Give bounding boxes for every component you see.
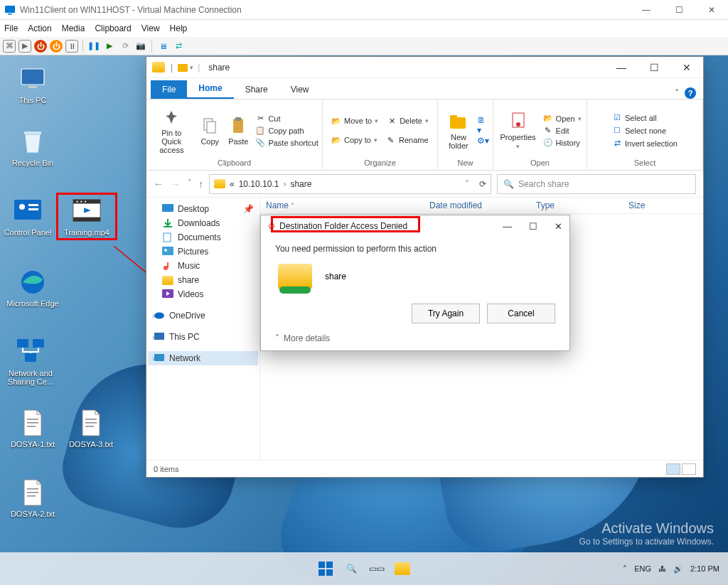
tree-item-pictures[interactable]: Pictures <box>148 245 258 259</box>
vm-checkpoint-button[interactable]: ⟳ <box>119 40 132 53</box>
vm-menu-view[interactable]: View <box>141 23 160 33</box>
vm-share-button[interactable]: ⇄ <box>172 40 185 53</box>
taskbar-search-button[interactable]: 🔍 <box>341 559 361 579</box>
tree-item-network[interactable]: ›Network <box>148 351 258 365</box>
vm-pause-button[interactable]: ❚❚ <box>87 40 100 53</box>
more-details-toggle[interactable]: ˅ More details <box>261 326 569 350</box>
desktop-icon-network-sharing[interactable]: Network and Sharing Ce... <box>3 337 58 386</box>
tree-item-videos[interactable]: Videos <box>148 287 258 301</box>
new-folder-button[interactable]: New folder <box>441 110 476 151</box>
tray-volume-icon[interactable]: 🔊 <box>673 564 683 574</box>
dialog-close-button[interactable]: ✕ <box>555 221 562 232</box>
address-segment[interactable]: 10.10.10.1 <box>239 179 279 189</box>
rename-button[interactable]: ✎Rename <box>385 134 430 146</box>
tray-language[interactable]: ENG <box>634 564 651 573</box>
cut-button[interactable]: ✂Cut <box>254 113 319 124</box>
qat-dropdown-icon[interactable]: ▾ <box>190 64 193 71</box>
history-button[interactable]: 🕘History <box>542 137 583 149</box>
qat-folder-icon[interactable] <box>177 62 188 73</box>
tray-network-icon[interactable]: 🖧 <box>658 564 666 573</box>
desktop-icon-recycle-bin[interactable]: Recycle Bin <box>6 127 60 167</box>
desktop-icon-dosya1[interactable]: DOSYA-1.txt <box>6 408 60 449</box>
column-date-modified[interactable]: Date modified <box>429 200 522 210</box>
new-item-icon[interactable]: 🗎▾ <box>477 115 489 135</box>
vm-start-button[interactable]: ▶ <box>18 40 31 53</box>
tree-item-documents[interactable]: Documents <box>148 230 258 245</box>
taskbar-taskview-button[interactable]: ▭▭ <box>367 559 387 579</box>
address-segment-current[interactable]: share <box>290 179 311 189</box>
vm-menu-clipboard[interactable]: Clipboard <box>95 23 131 33</box>
desktop-icon-control-panel[interactable]: Control Panel <box>1 196 54 237</box>
vm-revert-button[interactable]: 📷 <box>134 40 147 53</box>
address-bar[interactable]: « 10.10.10.1 › share ˅ ⟳ <box>209 174 491 194</box>
tray-time[interactable]: 2:10 PM <box>690 564 719 573</box>
file-list-area[interactable]: Name ˄ Date modified Type Size ⊘ Destina… <box>260 198 703 460</box>
try-again-button[interactable]: Try Again <box>412 304 480 323</box>
open-button[interactable]: 📂Open▾ <box>542 113 583 124</box>
help-icon[interactable]: ? <box>685 87 696 99</box>
column-size[interactable]: Size <box>628 200 645 210</box>
vm-turnoff-button[interactable]: ⏻ <box>34 40 47 53</box>
vm-minimize-button[interactable]: — <box>630 0 663 20</box>
chevron-right-icon[interactable]: › <box>152 333 154 341</box>
start-button[interactable] <box>316 559 336 579</box>
dialog-maximize-button[interactable]: ☐ <box>529 221 537 232</box>
column-type[interactable]: Type <box>536 200 614 210</box>
chevron-right-icon[interactable]: › <box>152 312 154 320</box>
taskbar[interactable]: 🔍 ▭▭ ˄ ENG 🖧 🔊 2:10 PM <box>0 552 728 585</box>
column-name[interactable]: Name ˄ <box>266 200 415 210</box>
chevron-right-icon[interactable]: › <box>152 355 154 363</box>
tree-item-onedrive[interactable]: ›OneDrive <box>148 308 258 323</box>
dialog-minimize-button[interactable]: — <box>503 221 512 232</box>
vm-reset-button[interactable]: ▶ <box>103 40 116 53</box>
vm-menu-help[interactable]: Help <box>170 23 188 33</box>
pin-to-quick-access-button[interactable]: Pin to Quick access <box>149 106 194 156</box>
vm-close-button[interactable]: ✕ <box>695 0 728 20</box>
tray-chevron-icon[interactable]: ˄ <box>623 564 627 574</box>
refresh-button[interactable]: ⟳ <box>479 179 486 189</box>
nav-back-button[interactable]: ← <box>154 178 164 190</box>
tree-item-downloads[interactable]: Downloads <box>148 216 258 230</box>
vm-save-button[interactable]: ⏸ <box>65 40 78 53</box>
vm-shutdown-button[interactable]: ⏻ <box>50 40 63 53</box>
tab-view[interactable]: View <box>279 80 321 99</box>
desktop-icon-dosya3[interactable]: DOSYA-3.txt <box>64 408 118 449</box>
copy-to-button[interactable]: 📂Copy to▾ <box>330 134 379 146</box>
edit-button[interactable]: ✎Edit <box>542 125 583 136</box>
tree-item-music[interactable]: Music <box>148 259 258 273</box>
tab-home[interactable]: Home <box>187 79 233 99</box>
delete-button[interactable]: ✕Delete▾ <box>385 115 430 127</box>
desktop-icon-training-video[interactable]: Training.mp4 <box>60 196 114 237</box>
desktop-icon-edge[interactable]: Microsoft Edge <box>6 267 60 308</box>
move-to-button[interactable]: 📂Move to▾ <box>330 115 380 127</box>
tree-item-share[interactable]: share <box>148 273 258 287</box>
vm-ctrl-alt-del-button[interactable]: ⌘ <box>3 40 16 53</box>
tab-file[interactable]: File <box>151 80 187 99</box>
view-details-button[interactable] <box>666 463 680 475</box>
tree-item-this-pc[interactable]: ›This PC <box>148 330 258 344</box>
navigation-tree[interactable]: Desktop📌 Downloads Documents Pictures Mu… <box>146 198 260 460</box>
nav-up-button[interactable]: ↑ <box>198 178 203 190</box>
paste-button[interactable]: Paste <box>225 114 251 147</box>
cancel-button[interactable]: Cancel <box>487 304 555 323</box>
nav-forward-button[interactable]: → <box>171 178 181 190</box>
vm-enhanced-button[interactable]: 🖥 <box>156 40 169 53</box>
properties-button[interactable]: Properties▾ <box>497 110 538 151</box>
paste-shortcut-button[interactable]: 📎Paste shortcut <box>254 137 319 149</box>
taskbar-explorer-button[interactable] <box>392 559 412 579</box>
ribbon-collapse-icon[interactable]: ˄ <box>675 88 679 98</box>
view-large-icons-button[interactable] <box>682 463 696 475</box>
copy-path-button[interactable]: 📋Copy path <box>254 125 319 136</box>
nav-recent-button[interactable]: ˅ <box>188 178 191 190</box>
guest-desktop[interactable]: This PC Recycle Bin Control Panel Traini… <box>0 55 728 585</box>
easy-access-icon[interactable]: ⚙▾ <box>477 136 489 146</box>
select-none-button[interactable]: ☐Select none <box>611 125 668 136</box>
select-all-button[interactable]: ☑Select all <box>611 112 658 124</box>
desktop-icon-dosya2[interactable]: DOSYA-2.txt <box>6 478 60 518</box>
tree-item-desktop[interactable]: Desktop📌 <box>148 202 258 216</box>
invert-selection-button[interactable]: ⇄Invert selection <box>611 138 679 149</box>
address-dropdown-icon[interactable]: ˅ <box>465 179 469 189</box>
tab-share[interactable]: Share <box>234 80 279 99</box>
explorer-close-button[interactable]: ✕ <box>670 57 703 78</box>
copy-button[interactable]: Copy <box>197 114 223 147</box>
